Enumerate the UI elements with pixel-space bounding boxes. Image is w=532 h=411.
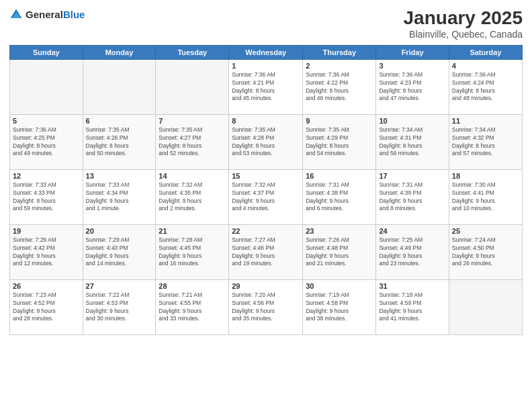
calendar-day-cell: 15Sunrise: 7:32 AM Sunset: 4:37 PM Dayli…: [229, 169, 303, 224]
day-number: 18: [452, 172, 519, 180]
logo: GeneralBlue: [9, 8, 85, 21]
calendar-day-cell: 22Sunrise: 7:27 AM Sunset: 4:46 PM Dayli…: [229, 224, 303, 279]
day-number: 30: [306, 282, 373, 290]
day-number: 28: [159, 282, 226, 290]
day-info: Sunrise: 7:27 AM Sunset: 4:46 PM Dayligh…: [232, 236, 300, 269]
day-number: 27: [86, 282, 153, 290]
calendar-day-header: Wednesday: [229, 45, 303, 59]
logo-icon: [9, 8, 23, 21]
day-info: Sunrise: 7:35 AM Sunset: 4:27 PM Dayligh…: [159, 126, 226, 158]
day-number: 9: [306, 117, 373, 125]
calendar-day-cell: 25Sunrise: 7:24 AM Sunset: 4:50 PM Dayli…: [449, 224, 522, 279]
day-number: 1: [232, 62, 300, 70]
calendar-day-cell: 4Sunrise: 7:36 AM Sunset: 4:24 PM Daylig…: [449, 59, 522, 114]
day-number: 6: [86, 117, 153, 125]
calendar-table: SundayMondayTuesdayWednesdayThursdayFrid…: [9, 45, 523, 335]
day-info: Sunrise: 7:22 AM Sunset: 4:53 PM Dayligh…: [86, 291, 153, 324]
day-info: Sunrise: 7:25 AM Sunset: 4:49 PM Dayligh…: [379, 236, 445, 269]
calendar-day-cell: 31Sunrise: 7:18 AM Sunset: 4:59 PM Dayli…: [376, 279, 449, 334]
day-info: Sunrise: 7:33 AM Sunset: 4:33 PM Dayligh…: [13, 181, 80, 214]
day-info: Sunrise: 7:33 AM Sunset: 4:34 PM Dayligh…: [86, 181, 153, 214]
day-info: Sunrise: 7:36 AM Sunset: 4:23 PM Dayligh…: [379, 71, 445, 103]
calendar-week-row: 12Sunrise: 7:33 AM Sunset: 4:33 PM Dayli…: [10, 169, 523, 224]
calendar-day-header: Friday: [376, 45, 449, 59]
page-header: GeneralBlue January 2025 Blainville, Que…: [9, 8, 523, 40]
day-info: Sunrise: 7:29 AM Sunset: 4:43 PM Dayligh…: [86, 236, 153, 269]
calendar-day-cell: 3Sunrise: 7:36 AM Sunset: 4:23 PM Daylig…: [376, 59, 449, 114]
day-number: 3: [379, 62, 445, 70]
calendar-day-cell: 6Sunrise: 7:35 AM Sunset: 4:26 PM Daylig…: [83, 114, 156, 169]
day-number: 13: [86, 172, 153, 180]
day-info: Sunrise: 7:35 AM Sunset: 4:26 PM Dayligh…: [86, 126, 153, 158]
day-info: Sunrise: 7:24 AM Sunset: 4:50 PM Dayligh…: [452, 236, 519, 269]
day-number: 16: [306, 172, 373, 180]
calendar-day-cell: 29Sunrise: 7:20 AM Sunset: 4:56 PM Dayli…: [229, 279, 303, 334]
calendar-week-row: 19Sunrise: 7:29 AM Sunset: 4:42 PM Dayli…: [10, 224, 523, 279]
day-number: 29: [232, 282, 300, 290]
calendar-day-cell: 20Sunrise: 7:29 AM Sunset: 4:43 PM Dayli…: [83, 224, 156, 279]
day-number: 31: [379, 282, 445, 290]
calendar-day-cell: [449, 279, 522, 334]
day-info: Sunrise: 7:34 AM Sunset: 4:32 PM Dayligh…: [452, 126, 519, 158]
calendar-day-cell: 19Sunrise: 7:29 AM Sunset: 4:42 PM Dayli…: [10, 224, 83, 279]
calendar-day-cell: 12Sunrise: 7:33 AM Sunset: 4:33 PM Dayli…: [10, 169, 83, 224]
day-info: Sunrise: 7:28 AM Sunset: 4:45 PM Dayligh…: [159, 236, 226, 269]
day-number: 21: [159, 227, 226, 235]
day-number: 8: [232, 117, 300, 125]
day-number: 26: [13, 282, 80, 290]
day-info: Sunrise: 7:35 AM Sunset: 4:29 PM Dayligh…: [306, 126, 373, 158]
calendar-day-cell: 5Sunrise: 7:36 AM Sunset: 4:25 PM Daylig…: [10, 114, 83, 169]
calendar-day-cell: 17Sunrise: 7:31 AM Sunset: 4:39 PM Dayli…: [376, 169, 449, 224]
calendar-day-cell: 2Sunrise: 7:36 AM Sunset: 4:22 PM Daylig…: [303, 59, 376, 114]
day-info: Sunrise: 7:23 AM Sunset: 4:52 PM Dayligh…: [13, 291, 80, 324]
day-info: Sunrise: 7:36 AM Sunset: 4:21 PM Dayligh…: [232, 71, 300, 103]
calendar-day-cell: 11Sunrise: 7:34 AM Sunset: 4:32 PM Dayli…: [449, 114, 522, 169]
calendar-day-header: Tuesday: [156, 45, 229, 59]
calendar-title: January 2025: [404, 8, 523, 29]
calendar-day-header: Thursday: [303, 45, 376, 59]
day-number: 14: [159, 172, 226, 180]
calendar-day-cell: 18Sunrise: 7:30 AM Sunset: 4:41 PM Dayli…: [449, 169, 522, 224]
day-info: Sunrise: 7:29 AM Sunset: 4:42 PM Dayligh…: [13, 236, 80, 269]
day-number: 2: [306, 62, 373, 70]
day-number: 19: [13, 227, 80, 235]
calendar-day-cell: 8Sunrise: 7:35 AM Sunset: 4:28 PM Daylig…: [229, 114, 303, 169]
logo-general: General: [26, 9, 63, 20]
day-info: Sunrise: 7:34 AM Sunset: 4:31 PM Dayligh…: [379, 126, 445, 158]
calendar-day-cell: 9Sunrise: 7:35 AM Sunset: 4:29 PM Daylig…: [303, 114, 376, 169]
day-info: Sunrise: 7:32 AM Sunset: 4:37 PM Dayligh…: [232, 181, 300, 214]
calendar-day-cell: [10, 59, 83, 114]
day-number: 7: [159, 117, 226, 125]
day-number: 22: [232, 227, 300, 235]
day-info: Sunrise: 7:36 AM Sunset: 4:24 PM Dayligh…: [452, 71, 519, 103]
day-number: 25: [452, 227, 519, 235]
day-number: 17: [379, 172, 445, 180]
day-info: Sunrise: 7:30 AM Sunset: 4:41 PM Dayligh…: [452, 181, 519, 214]
calendar-day-cell: 30Sunrise: 7:19 AM Sunset: 4:58 PM Dayli…: [303, 279, 376, 334]
calendar-day-cell: 26Sunrise: 7:23 AM Sunset: 4:52 PM Dayli…: [10, 279, 83, 334]
day-info: Sunrise: 7:36 AM Sunset: 4:22 PM Dayligh…: [306, 71, 373, 103]
calendar-week-row: 1Sunrise: 7:36 AM Sunset: 4:21 PM Daylig…: [10, 59, 523, 114]
calendar-header-row: SundayMondayTuesdayWednesdayThursdayFrid…: [10, 45, 523, 59]
day-info: Sunrise: 7:21 AM Sunset: 4:55 PM Dayligh…: [159, 291, 226, 324]
calendar-day-header: Saturday: [449, 45, 522, 59]
calendar-day-cell: 23Sunrise: 7:26 AM Sunset: 4:48 PM Dayli…: [303, 224, 376, 279]
page-container: GeneralBlue January 2025 Blainville, Que…: [0, 0, 532, 411]
calendar-day-cell: 10Sunrise: 7:34 AM Sunset: 4:31 PM Dayli…: [376, 114, 449, 169]
calendar-day-cell: 16Sunrise: 7:31 AM Sunset: 4:38 PM Dayli…: [303, 169, 376, 224]
day-number: 11: [452, 117, 519, 125]
calendar-day-header: Monday: [83, 45, 156, 59]
day-info: Sunrise: 7:35 AM Sunset: 4:28 PM Dayligh…: [232, 126, 300, 158]
calendar-subtitle: Blainville, Quebec, Canada: [404, 29, 523, 40]
day-info: Sunrise: 7:36 AM Sunset: 4:25 PM Dayligh…: [13, 126, 80, 158]
calendar-week-row: 5Sunrise: 7:36 AM Sunset: 4:25 PM Daylig…: [10, 114, 523, 169]
logo-text: GeneralBlue: [26, 9, 85, 21]
calendar-day-cell: 21Sunrise: 7:28 AM Sunset: 4:45 PM Dayli…: [156, 224, 229, 279]
calendar-day-cell: 28Sunrise: 7:21 AM Sunset: 4:55 PM Dayli…: [156, 279, 229, 334]
day-info: Sunrise: 7:18 AM Sunset: 4:59 PM Dayligh…: [379, 291, 445, 324]
calendar-week-row: 26Sunrise: 7:23 AM Sunset: 4:52 PM Dayli…: [10, 279, 523, 334]
day-info: Sunrise: 7:20 AM Sunset: 4:56 PM Dayligh…: [232, 291, 300, 324]
calendar-day-cell: 1Sunrise: 7:36 AM Sunset: 4:21 PM Daylig…: [229, 59, 303, 114]
day-info: Sunrise: 7:26 AM Sunset: 4:48 PM Dayligh…: [306, 236, 373, 269]
day-info: Sunrise: 7:31 AM Sunset: 4:38 PM Dayligh…: [306, 181, 373, 214]
